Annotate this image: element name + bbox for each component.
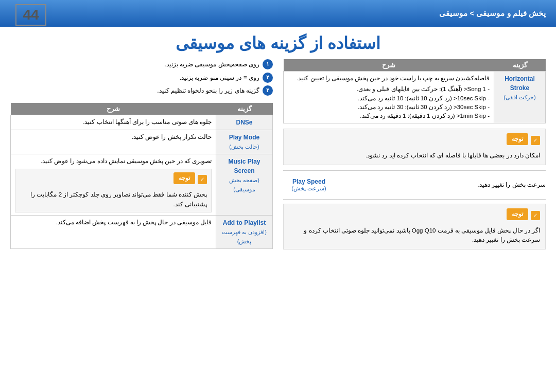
desc-dnse: جلوه های صوتی مناسب را برای آهنگها انتخا… xyxy=(11,115,216,130)
left-column: گزینه شرح HorizontalStroke (حرکت افقی) ف… xyxy=(283,59,546,387)
step-3-text: گزینه های زیر را بنحو دلخواه تنظیم کنید. xyxy=(157,85,259,97)
desc-add-playlist: فایل موسیقی در حال پخش را به فهرست پخش ا… xyxy=(11,216,216,249)
option-add-playlist: Add to Playlist (افزودن به فهرست پخش) xyxy=(216,216,273,249)
table-row: HorizontalStroke (حرکت افقی) فاصله‌کشیدن… xyxy=(284,72,546,123)
page-number: 44 xyxy=(15,4,46,26)
note-box-2: ✓ توجه اگر در حال پخش فایل موسیقی به فرم… xyxy=(283,204,546,250)
steps-list: ۱ روی صفحه‌پخش موسیقی ضربه بزنید. ۲ روی … xyxy=(10,59,273,97)
table-row: Add to Playlist (افزودن به فهرست پخش) فا… xyxy=(11,216,273,249)
note-icon: ✓ xyxy=(198,175,207,184)
table-row: DNSe جلوه های صوتی مناسب را برای آهنگها … xyxy=(11,115,273,130)
desc-music-play: تصویری که در حین پخش موسیقی نمایش داده م… xyxy=(11,154,216,215)
play-speed-row: سرعت پخش را تغییر دهید. Play Speed (سرعت… xyxy=(283,175,546,195)
step-1: ۱ روی صفحه‌پخش موسیقی ضربه بزنید. xyxy=(10,59,273,70)
step-1-text: روی صفحه‌پخش موسیقی ضربه بزنید. xyxy=(164,59,259,70)
note-icon-2: ✓ xyxy=(531,211,540,220)
option-play-mode: Play Mode (حالت پخش) xyxy=(216,130,273,154)
note-text-2: اگر در حال پخش فایل موسیقی به فرمت Ogg Q… xyxy=(289,226,540,245)
note-text-1: امکان دارد در بعضی ها فایلها با فاصله ای… xyxy=(289,151,540,160)
left-col-desc-header: شرح xyxy=(284,59,494,72)
note-box-1: ✓ توجه امکان دارد در بعضی ها فایلها با ف… xyxy=(283,129,546,165)
option-dnse: DNSe xyxy=(216,115,273,130)
table-row: Music Play Screen (صفحه بخش موسیقی) تصوی… xyxy=(11,154,273,215)
breadcrumb: پخش فیلم و موسیقی > موسیقی xyxy=(439,9,546,18)
right-options-table: گزینه شرح DNSe جلوه های صوتی مناسب را بر… xyxy=(10,103,273,249)
content: ۱ روی صفحه‌پخش موسیقی ضربه بزنید. ۲ روی … xyxy=(10,59,546,387)
option-music-play: Music Play Screen (صفحه بخش موسیقی) xyxy=(216,154,273,215)
step-3: ۳ گزینه های زیر را بنحو دلخواه تنظیم کنی… xyxy=(10,85,273,97)
col-desc-header: شرح xyxy=(11,103,216,115)
option-horizontal: HorizontalStroke (حرکت افقی) xyxy=(494,72,546,123)
desc-horizontal: فاصله‌کشیدن سریع به چپ یا راست خود در حی… xyxy=(284,72,494,123)
step-2: ۲ روی ≡ در سینی منو ضربه بزنید. xyxy=(10,73,273,84)
top-header: پخش فیلم و موسیقی > موسیقی xyxy=(0,0,556,27)
right-column: ۱ روی صفحه‌پخش موسیقی ضربه بزنید. ۲ روی … xyxy=(10,59,273,387)
left-options-table: گزینه شرح HorizontalStroke (حرکت افقی) ف… xyxy=(283,59,546,123)
play-speed-desc: سرعت پخش را تغییر دهید. xyxy=(340,181,546,188)
main-title: استفاده از گزینه های موسیقی xyxy=(0,28,556,58)
desc-play-mode: حالت تکرار پخش را عوض کنید. xyxy=(11,130,216,154)
table-row: Play Mode (حالت پخش) حالت تکرار پخش را ع… xyxy=(11,130,273,154)
note-text: پخش کننده شما فقط می‌تواند تصاویر روی جل… xyxy=(20,190,207,209)
note-badge-1: توجه xyxy=(507,133,528,145)
col-option-header: گزینه xyxy=(216,103,273,115)
step-2-text: روی ≡ در سینی منو ضربه بزنید. xyxy=(180,73,259,84)
note-badge-2: توجه xyxy=(507,208,528,220)
play-speed-label: Play Speed (سرعت پخش) xyxy=(283,178,335,192)
step-num-1: ۱ xyxy=(263,59,273,69)
left-col-option-header: گزینه xyxy=(494,59,546,72)
step-num-3: ۳ xyxy=(263,85,273,96)
step-num-2: ۲ xyxy=(263,73,273,83)
divider xyxy=(283,170,546,171)
divider-2 xyxy=(283,199,546,200)
note-icon-1: ✓ xyxy=(531,136,540,145)
